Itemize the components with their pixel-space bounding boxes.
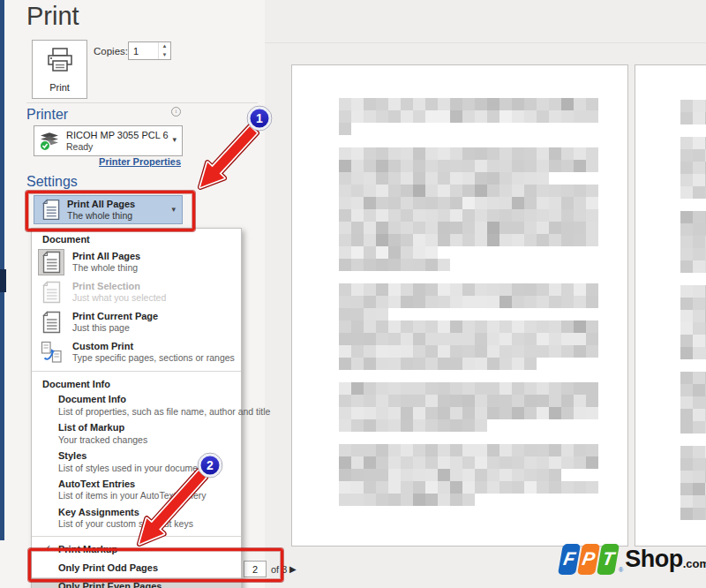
printer-heading: Printer — [26, 107, 68, 123]
print-button-label: Print — [49, 82, 70, 93]
menu-item-print-selection: Print Selection Just what you selected — [32, 277, 241, 307]
copies-stepper[interactable]: 1 ▲ ▼ — [128, 41, 171, 60]
menu-item-title: AutoText Entries — [58, 479, 241, 491]
preview-page-2 — [635, 64, 706, 547]
print-selection-icon — [38, 279, 64, 305]
printer-icon — [45, 47, 75, 77]
menu-item-document-info[interactable]: Document Info List of properties, such a… — [32, 392, 241, 420]
svg-text:1: 1 — [256, 111, 263, 125]
menu-separator — [32, 536, 241, 537]
copies-value[interactable]: 1 — [129, 46, 158, 57]
menu-item-title: List of Markup — [58, 422, 241, 434]
menu-item-title: Custom Print — [72, 341, 235, 352]
menu-item-subtitle: Your tracked changes — [58, 434, 241, 446]
printer-name: RICOH MP 3055 PCL 6 — [66, 130, 169, 140]
page-title: Print — [26, 2, 79, 31]
menu-section-header: Document — [32, 230, 241, 247]
copies-label: Copies: — [94, 46, 128, 57]
chevron-down-icon: ▾ — [172, 135, 176, 144]
section-divider — [26, 102, 258, 103]
annotation-box-print-all-pages — [26, 191, 195, 231]
logo-domain-text: .com.vn — [683, 557, 706, 570]
menu-item-print-all-pages[interactable]: Print All Pages The whole thing — [32, 247, 241, 277]
printer-status-icon — [38, 132, 62, 155]
print-button[interactable]: Print — [32, 40, 87, 99]
menu-separator — [32, 371, 241, 372]
print-all-pages-icon — [38, 249, 64, 275]
printer-select-dropdown[interactable]: RICOH MP 3055 PCL 6 Ready ▾ — [34, 125, 183, 156]
menu-item-title: Print Selection — [72, 281, 166, 292]
menu-item-title: Only Print Even Pages — [58, 581, 161, 588]
menu-item-print-current-page[interactable]: Print Current Page Just this page — [32, 307, 241, 337]
menu-item-title: Styles — [58, 450, 241, 463]
custom-print-icon — [38, 339, 64, 366]
word-print-backstage: Print Print Copies: 1 ▲ ▼ Printer i — [0, 0, 706, 588]
menu-item-custom-print[interactable]: Custom Print Type specific pages, sectio… — [32, 337, 241, 367]
menu-item-autotext-entries[interactable]: AutoText Entries List of items in your A… — [32, 477, 241, 505]
settings-heading: Settings — [26, 174, 78, 190]
registered-mark: ® — [619, 567, 623, 573]
fpt-shop-logo: F P T ® Shop .com.vn — [560, 541, 706, 577]
preview-page-1 — [291, 64, 628, 547]
window-edge-notch — [0, 269, 6, 292]
menu-item-subtitle: Type specific pages, sections or ranges — [72, 352, 235, 364]
menu-item-title: Print Current Page — [72, 311, 158, 322]
print-range-menu: Document Print All Pages The whole thing… — [31, 228, 242, 588]
preview-divider — [265, 42, 706, 43]
copies-decrement-icon[interactable]: ▼ — [159, 51, 170, 60]
menu-item-title: Document Info — [58, 394, 241, 406]
printer-properties-link[interactable]: Printer Properties — [34, 156, 181, 167]
menu-item-title: Key Assignments — [58, 507, 241, 519]
next-page-icon[interactable]: ▶ — [289, 564, 297, 574]
menu-item-subtitle: Just what you selected — [72, 292, 166, 304]
menu-item-subtitle: Just this page — [72, 322, 158, 334]
menu-item-subtitle: List of properties, such as file name, a… — [58, 406, 241, 418]
print-current-page-icon — [38, 309, 64, 335]
menu-item-subtitle: List of your custom shortcut keys — [58, 518, 241, 530]
annotation-arrow-1 — [200, 126, 257, 187]
menu-item-subtitle: The whole thing — [72, 262, 140, 274]
annotation-box-only-even-pages — [28, 548, 283, 582]
menu-item-subtitle: List of items in your AutoText gallery — [58, 490, 241, 501]
blurred-text-content — [339, 98, 599, 508]
menu-section-header: Document Info — [32, 375, 241, 392]
printer-status: Ready — [66, 141, 93, 152]
logo-letter-t: T — [597, 544, 620, 575]
menu-item-key-assignments[interactable]: Key Assignments List of your custom shor… — [32, 505, 241, 533]
logo-shop-text: Shop — [625, 546, 683, 573]
menu-item-styles[interactable]: Styles List of styles used in your docum… — [32, 449, 241, 477]
blurred-text-content — [680, 100, 706, 522]
info-icon[interactable]: i — [171, 107, 181, 117]
copies-increment-icon[interactable]: ▲ — [159, 42, 170, 51]
menu-item-title: Print All Pages — [72, 251, 140, 262]
menu-item-list-of-markup[interactable]: List of Markup Your tracked changes — [32, 420, 241, 449]
menu-item-subtitle: List of styles used in your document — [58, 463, 241, 474]
